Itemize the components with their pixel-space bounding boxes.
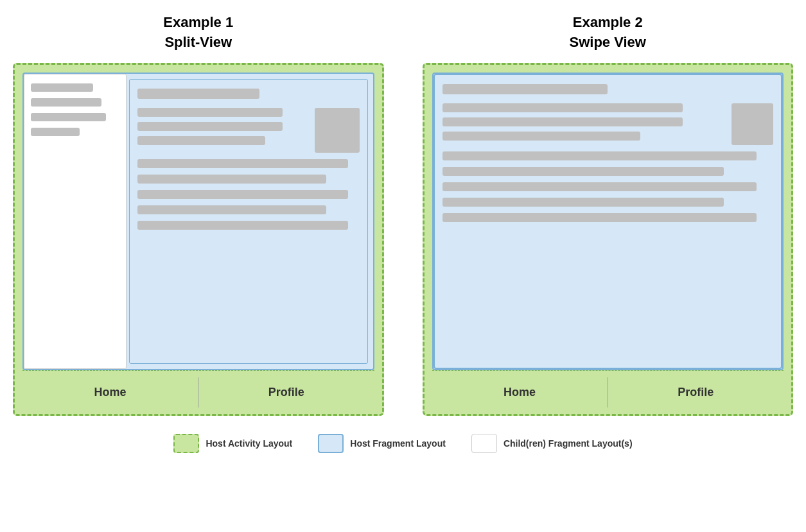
content-bar-1: [137, 108, 283, 117]
content-bar-7: [137, 205, 326, 214]
swipe-bar-4: [442, 151, 757, 160]
swipe-bar-1: [442, 103, 683, 112]
example2-nav-home[interactable]: Home: [432, 371, 608, 414]
split-left-panel: [24, 74, 127, 369]
sidebar-bar-2: [31, 98, 101, 107]
swipe-text: [442, 103, 726, 141]
example2-host-activity: ◁ ▷ Home Profile: [423, 63, 794, 416]
content-bar-8: [137, 221, 348, 230]
content-bar-2: [137, 122, 283, 131]
swipe-image: [732, 103, 773, 145]
swipe-bar-6: [442, 182, 757, 191]
swipe-bar-7: [442, 198, 724, 207]
legend-item-2: Host Fragment Layout: [318, 434, 446, 453]
example1-nav-home[interactable]: Home: [22, 371, 198, 414]
swipe-bar-3: [442, 132, 640, 141]
split-right-panel: [129, 79, 368, 364]
example2-host-fragment: ◁ ▷: [432, 73, 784, 370]
sidebar-bar-1: [31, 83, 93, 92]
split-right-text: [137, 108, 308, 145]
legend-item-1: Host Activity Layout: [173, 434, 292, 453]
legend-label-2: Host Fragment Layout: [350, 438, 446, 449]
sidebar-bar-4: [31, 128, 80, 136]
legend-box-white: [471, 434, 497, 453]
example1-nav-bar: Home Profile: [22, 370, 374, 414]
example1-host-fragment: [22, 73, 374, 370]
content-bar-6: [137, 190, 348, 199]
example1-section: Example 1 Split-View: [13, 13, 384, 416]
swipe-content-row: [442, 103, 774, 145]
example1-host-activity: Home Profile: [13, 63, 384, 416]
split-right-title: [137, 89, 259, 99]
split-view-layout: [24, 74, 373, 369]
example1-title: Example 1 Split-View: [163, 13, 233, 53]
example2-section: Example 2 Swipe View: [423, 13, 794, 416]
main-container: Example 1 Split-View: [13, 13, 793, 416]
swipe-bar-8: [442, 213, 757, 222]
content-bar-3: [137, 136, 265, 145]
swipe-content-area: ◁ ▷: [434, 74, 783, 369]
swipe-view-layout: [434, 74, 783, 369]
legend: Host Activity Layout Host Fragment Layou…: [173, 434, 632, 453]
swipe-bar-2: [442, 117, 683, 126]
split-right-content-row: [137, 108, 360, 153]
example2-nav-profile[interactable]: Profile: [608, 371, 784, 414]
legend-box-blue: [318, 434, 344, 453]
content-bar-4: [137, 159, 348, 168]
legend-label-1: Host Activity Layout: [206, 438, 292, 449]
split-right-image: [315, 108, 360, 153]
swipe-title: [442, 84, 608, 94]
legend-item-3: Child(ren) Fragment Layout(s): [471, 434, 633, 453]
example2-title: Example 2 Swipe View: [570, 13, 646, 53]
example2-nav-bar: Home Profile: [432, 370, 784, 414]
legend-label-3: Child(ren) Fragment Layout(s): [504, 438, 633, 449]
content-bar-5: [137, 175, 326, 184]
example1-nav-profile[interactable]: Profile: [198, 371, 374, 414]
legend-box-green: [173, 434, 199, 453]
swipe-bar-5: [442, 167, 724, 176]
sidebar-bar-3: [31, 113, 106, 121]
